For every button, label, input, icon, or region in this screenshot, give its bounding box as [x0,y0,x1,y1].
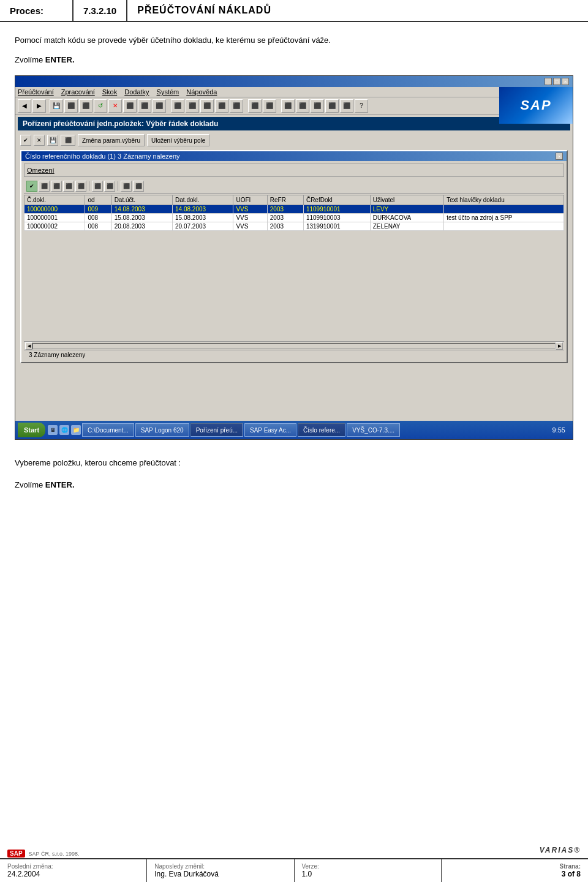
table-cell: 2003 [267,222,303,231]
sub-icon-2[interactable]: ✕ [34,135,45,146]
start-button[interactable]: Start [18,423,45,437]
table-cell: 14.08.2003 [173,205,233,214]
table-cell [444,222,564,231]
header-bar: Proces: 7.3.2.10 PŘEÚČTOVÁNÍ NÁKLADŮ [0,0,588,22]
maximize-icon[interactable]: □ [553,78,560,85]
scroll-track[interactable] [32,343,556,349]
table-empty-area [24,231,564,341]
table-cell: test účto na zdroj a SPP [444,214,564,222]
menu-preuctovani[interactable]: Přeúčtování [18,88,54,96]
process-label: Proces: [0,0,74,21]
sub-btn-save-selection[interactable]: Uložení výběru pole [147,134,209,146]
table-toolbar-icon-4[interactable]: ⬛ [63,181,74,192]
toolbar-btn3[interactable]: ⬛ [64,99,78,113]
sub-icon-4[interactable]: ⬛ [61,135,75,146]
taskbar-icon-2[interactable]: 🌐 [59,425,69,435]
taskbar-icon-3[interactable]: 📁 [71,425,81,435]
toolbar-btn11[interactable]: ⬛ [215,99,228,113]
table-toolbar-icon-5[interactable]: ⬛ [75,181,86,192]
instruction-text-1: Zvolíme ENTER. [15,54,573,66]
taskbar-item-vyscode[interactable]: VYŠ_CO-7.3.... [347,423,400,437]
minimize-icon[interactable]: _ [545,78,552,85]
varias-logo: VARIAS® [540,846,581,861]
table-cell: 100000000 [24,205,85,214]
col-header-uzivatel: Uživatel [370,195,444,205]
table-cell: 20.07.2003 [173,222,233,231]
menu-dodatky[interactable]: Dodatky [124,88,149,96]
toolbar-btn15[interactable]: ⬛ [281,99,295,113]
col-header-cdokl: Č.dokl. [24,195,85,205]
table-cell: 009 [85,205,111,214]
table-row[interactable]: 10000000200820.08.200320.07.2003VVS20031… [24,222,564,231]
toolbar-btn19[interactable]: ⬛ [340,99,353,113]
close-icon[interactable]: × [562,78,569,85]
menu-zpracovani[interactable]: Zpracování [61,88,95,96]
filter-label[interactable]: Omezení [27,167,55,174]
table-row[interactable]: 10000000100815.08.200315.08.2003VVS20031… [24,214,564,222]
table-row[interactable]: 10000000000914.08.200314.08.2003VVS20031… [24,205,564,214]
toolbar-btn12[interactable]: ⬛ [230,99,243,113]
toolbar-btn17[interactable]: ⬛ [311,99,324,113]
description-text: Pomocí match kódu se provede výběr účetn… [15,34,573,47]
menu-system[interactable]: Systém [157,88,179,96]
toolbar-btn16[interactable]: ⬛ [296,99,309,113]
sub-icon-1[interactable]: ✔ [20,135,31,146]
table-cell: 14.08.2003 [111,205,172,214]
table-cell: 15.08.2003 [173,214,233,222]
toolbar-btn7[interactable]: ⬛ [153,99,166,113]
toolbar-btn5[interactable]: ⬛ [123,99,137,113]
table-toolbar-icon-6[interactable]: ⬛ [92,181,103,192]
sap-statusbar: 3 Záznamy nalezeny [24,350,564,360]
dialog-close-icon[interactable]: × [556,153,563,160]
instruction-text-3: Zvolíme ENTER. [15,479,573,491]
table-cell: 008 [85,214,111,222]
col-header-uofi: UOFI [233,195,267,205]
table-toolbar-icon-1[interactable]: ✔ [26,181,37,192]
taskbar-icon-1[interactable]: 🖥 [48,425,58,435]
table-toolbar-icon-3[interactable]: ⬛ [51,181,62,192]
table-cell: 20.08.2003 [111,222,172,231]
taskbar-item-cislorefere[interactable]: Číslo refere... [298,423,345,437]
toolbar-refresh-btn[interactable]: ↺ [94,99,107,113]
toolbar-btn14[interactable]: ⬛ [263,99,276,113]
table-cell: 100000001 [24,214,85,222]
sap-logo-area: SAP [499,87,573,124]
toolbar-back-btn[interactable]: ◀ [18,99,31,113]
sap-data-table: Č.dokl. od Dat.účt. Dat.dokl. UOFI ReFR … [24,195,564,231]
filter-area: Omezení [24,164,564,177]
toolbar-btn9[interactable]: ⬛ [186,99,199,113]
process-title: PŘEÚČTOVÁNÍ NÁKLADŮ [127,0,588,21]
table-cell: VVS [233,222,267,231]
toolbar-save-btn[interactable]: 💾 [50,99,63,113]
toolbar-stop-btn[interactable]: ✕ [108,99,122,113]
toolbar-btn18[interactable]: ⬛ [325,99,339,113]
taskbar-item-saplogon[interactable]: SAP Logon 620 [135,423,189,437]
instruction-text-2: Vybereme položku, kterou chceme přeúčtov… [15,457,573,469]
toolbar-btn4[interactable]: ⬛ [79,99,92,113]
taskbar-item-porizeni[interactable]: Pořízení přeú... [190,423,243,437]
menu-napoveda[interactable]: Nápověda [186,88,217,96]
toolbar-btn6[interactable]: ⬛ [138,99,151,113]
horizontal-scrollbar[interactable]: ◀ ▶ [24,341,564,350]
taskbar-item-sapeasy[interactable]: SAP Easy Ac... [244,423,296,437]
col-header-od: od [85,195,111,205]
menu-skok[interactable]: Skok [102,88,117,96]
table-cell: 15.08.2003 [111,214,172,222]
sub-icon-3[interactable]: 💾 [47,135,58,146]
toolbar-help-btn[interactable]: ? [355,99,368,113]
scroll-left-btn[interactable]: ◀ [25,342,32,350]
toolbar-btn10[interactable]: ⬛ [200,99,214,113]
table-toolbar-icon-2[interactable]: ⬛ [39,181,50,192]
col-header-datuct: Dat.účt. [111,195,172,205]
process-number: 7.3.2.10 [74,0,127,21]
toolbar-btn13[interactable]: ⬛ [248,99,262,113]
scroll-right-btn[interactable]: ▶ [556,342,563,350]
sap-menubar: Přeúčtování Zpracování Skok Dodatky Syst… [15,87,573,97]
table-toolbar-icon-7[interactable]: ⬛ [104,181,115,192]
toolbar-forward-btn[interactable]: ▶ [32,99,46,113]
toolbar-btn8[interactable]: ⬛ [171,99,184,113]
table-toolbar-icon-9[interactable]: ⬛ [133,181,144,192]
taskbar-item-cdocuments[interactable]: C:\Document... [82,423,134,437]
sub-btn-change-params[interactable]: Změna param.výběru [78,134,145,146]
table-toolbar-icon-8[interactable]: ⬛ [121,181,132,192]
